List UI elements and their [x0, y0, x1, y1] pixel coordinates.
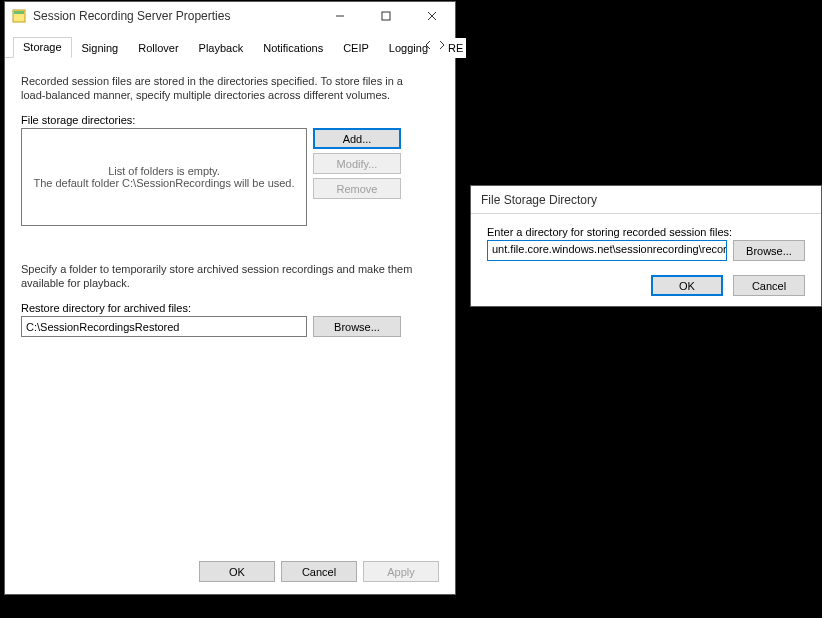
dialog-browse-button[interactable]: Browse... — [733, 240, 805, 261]
dirs-label: File storage directories: — [21, 114, 439, 126]
file-storage-dialog: File Storage Directory Enter a directory… — [470, 185, 822, 307]
storage-desc: Recorded session files are stored in the… — [21, 74, 417, 102]
modify-button: Modify... — [313, 153, 401, 174]
tab-signing[interactable]: Signing — [72, 38, 129, 58]
restore-browse-button[interactable]: Browse... — [313, 316, 401, 337]
ok-button[interactable]: OK — [199, 561, 275, 582]
restore-desc: Specify a folder to temporarily store ar… — [21, 262, 417, 290]
maximize-button[interactable] — [363, 2, 409, 30]
tab-bar: Storage Signing Rollover Playback Notifi… — [5, 34, 455, 58]
tab-storage[interactable]: Storage — [13, 37, 72, 58]
restore-label: Restore directory for archived files: — [21, 302, 439, 314]
tab-ceip[interactable]: CEIP — [333, 38, 379, 58]
tab-rollover[interactable]: Rollover — [128, 38, 188, 58]
minimize-button[interactable] — [317, 2, 363, 30]
tab-notifications[interactable]: Notifications — [253, 38, 333, 58]
tab-scroll-left[interactable] — [421, 36, 435, 54]
dialog-title: File Storage Directory — [477, 193, 821, 207]
svg-rect-3 — [382, 12, 390, 20]
dialog-footer: OK Cancel Apply — [199, 561, 439, 582]
dialog-ok-button[interactable]: OK — [651, 275, 723, 296]
app-icon — [11, 8, 27, 24]
cancel-button[interactable]: Cancel — [281, 561, 357, 582]
apply-button: Apply — [363, 561, 439, 582]
dialog-content: Enter a directory for storing recorded s… — [471, 214, 821, 308]
tab-playback[interactable]: Playback — [189, 38, 254, 58]
main-window: Session Recording Server Properties Stor… — [4, 1, 456, 595]
list-empty-line1: List of folders is empty. — [108, 165, 220, 177]
list-empty-line2: The default folder C:\SessionRecordings … — [33, 177, 294, 189]
titlebar: Session Recording Server Properties — [5, 2, 455, 30]
path-input[interactable]: unt.file.core.windows.net\sessionrecordi… — [487, 240, 727, 261]
system-buttons — [317, 2, 455, 30]
svg-rect-1 — [14, 11, 24, 14]
tab-scroll-right[interactable] — [435, 36, 449, 54]
remove-button: Remove — [313, 178, 401, 199]
dirs-listbox[interactable]: List of folders is empty. The default fo… — [21, 128, 307, 226]
restore-input[interactable] — [21, 316, 307, 337]
tab-scroll — [421, 36, 449, 54]
tab-content: Recorded session files are stored in the… — [5, 58, 455, 337]
dialog-cancel-button[interactable]: Cancel — [733, 275, 805, 296]
window-title: Session Recording Server Properties — [33, 9, 317, 23]
close-button[interactable] — [409, 2, 455, 30]
dialog-titlebar: File Storage Directory — [471, 186, 821, 214]
add-button[interactable]: Add... — [313, 128, 401, 149]
dialog-prompt: Enter a directory for storing recorded s… — [487, 226, 805, 238]
